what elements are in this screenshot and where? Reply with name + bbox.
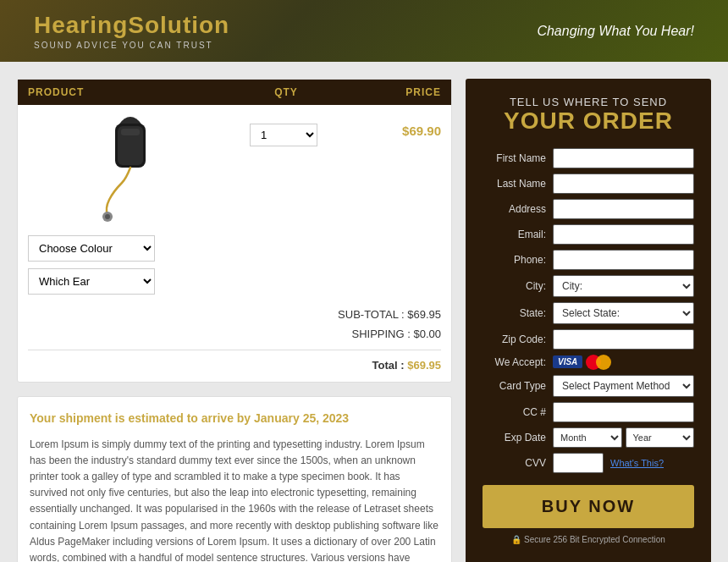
shipping-value: $0.00 [413, 328, 441, 340]
left-panel: PRODUCT QTY PRICE [17, 79, 452, 562]
card-type-select[interactable]: Select Payment Method Visa Mastercard Am… [553, 375, 694, 397]
secure-text: 🔒 Secure 256 Bit Encrypted Connection [483, 535, 694, 544]
total-line: Total : $69.95 [28, 355, 441, 375]
product-price: $69.90 [343, 115, 441, 138]
phone-input[interactable] [553, 250, 694, 270]
we-accept-row: We Accept: VISA [483, 355, 694, 370]
product-row: 1 2 3 4 5 $69.90 [18, 105, 451, 235]
city-label: City: [483, 280, 546, 292]
last-name-input[interactable] [553, 174, 694, 194]
tagline: SOUND ADVICE YOU CAN TRUST [34, 41, 229, 50]
state-row: State: Select State: [483, 302, 694, 324]
product-qty-area: 1 2 3 4 5 [234, 115, 333, 146]
col-qty-header: QTY [234, 86, 338, 98]
logo-hearing: Hearing [34, 12, 128, 38]
email-label: Email: [483, 229, 546, 240]
header: HearingSolution SOUND ADVICE YOU CAN TRU… [0, 0, 728, 62]
cvv-label: CVV [483, 457, 546, 469]
cc-label: CC # [483, 406, 546, 418]
zip-input[interactable] [553, 329, 694, 350]
colour-select[interactable]: Choose Colour Black Silver Beige [28, 235, 155, 262]
shipping-date-value: January 25, 2023 [254, 411, 349, 425]
last-name-label: Last Name [483, 178, 546, 190]
city-row: City: City: [483, 275, 694, 297]
exp-row: Exp Date Month 01020304 05060708 0910111… [483, 427, 694, 448]
year-select[interactable]: Year 2024202520262027 2028 [626, 427, 695, 448]
subtotal-line: SUB-TOTAL : $69.95 [28, 305, 441, 324]
col-price-header: PRICE [338, 86, 441, 98]
address-row: Address [483, 199, 694, 219]
address-input[interactable] [553, 199, 694, 219]
col-product-header: PRODUCT [28, 86, 234, 98]
month-select[interactable]: Month 01020304 05060708 09101112 [553, 427, 622, 448]
order-header: TELL US WHERE TO SEND YOUR ORDER [483, 96, 694, 135]
mastercard-icon [586, 355, 611, 370]
state-select[interactable]: Select State: [553, 302, 694, 324]
cc-row: CC # [483, 402, 694, 422]
card-type-row: Card Type Select Payment Method Visa Mas… [483, 375, 694, 397]
zip-label: Zip Code: [483, 333, 546, 345]
zip-row: Zip Code: [483, 329, 694, 350]
phone-label: Phone: [483, 254, 546, 266]
secure-text-label: Secure 256 Bit Encrypted Connection [524, 535, 665, 544]
subtotal-label: SUB-TOTAL : [338, 308, 405, 321]
last-name-row: Last Name [483, 174, 694, 194]
product-options: Choose Colour Black Silver Beige Which E… [18, 235, 451, 305]
ear-select[interactable]: Which Ear Left Right Both [28, 268, 155, 295]
visa-icon: VISA [553, 355, 582, 368]
subtotal-value: $69.95 [407, 308, 441, 321]
shipping-line: SHIPPING : $0.00 [28, 324, 441, 344]
cvv-input[interactable] [553, 453, 604, 473]
logo-area: HearingSolution SOUND ADVICE YOU CAN TRU… [34, 12, 229, 50]
first-name-label: First Name [483, 152, 546, 164]
shipping-estimate: Your shipment is estimated to arrive by … [30, 409, 439, 427]
card-type-label: Card Type [483, 380, 546, 392]
whats-this-link[interactable]: What's This? [610, 458, 664, 468]
buy-now-button[interactable]: BUY NOW [483, 485, 694, 528]
shipping-label: SHIPPING : [351, 328, 410, 340]
shipping-estimate-text: Your shipment is estimated to arrive by [30, 411, 254, 425]
we-accept-label: We Accept: [483, 356, 546, 368]
subtotal-area: SUB-TOTAL : $69.95 SHIPPING : $0.00 Tota… [18, 305, 451, 382]
lorem-text: Lorem Ipsum is simply dummy text of the … [30, 437, 439, 562]
svg-rect-3 [121, 129, 140, 135]
address-label: Address [483, 203, 546, 215]
lock-icon-sm: 🔒 [511, 535, 521, 544]
email-input[interactable] [553, 224, 694, 245]
cvv-row: CVV What's This? [483, 453, 694, 473]
exp-label: Exp Date [483, 432, 546, 444]
main-container: PRODUCT QTY PRICE [0, 62, 728, 562]
divider [28, 350, 441, 350]
logo-solution: Solution [128, 12, 229, 38]
phone-row: Phone: [483, 250, 694, 270]
product-image-area [28, 115, 224, 225]
product-image [84, 115, 168, 225]
email-row: Email: [483, 224, 694, 245]
product-box: PRODUCT QTY PRICE [17, 79, 452, 383]
qty-select[interactable]: 1 2 3 4 5 [250, 124, 317, 146]
first-name-row: First Name [483, 148, 694, 168]
city-select[interactable]: City: [553, 275, 694, 297]
slogan: Changing What You Hear! [537, 24, 694, 39]
exp-selects: Month 01020304 05060708 09101112 Year 20… [553, 427, 694, 448]
tell-us-text: TELL US WHERE TO SEND [483, 96, 694, 108]
order-form: First Name Last Name Address Email: Phon… [483, 148, 694, 473]
logo-title: HearingSolution [34, 12, 229, 39]
total-value: $69.95 [407, 359, 441, 372]
svg-point-5 [105, 214, 110, 219]
state-label: State: [483, 307, 546, 319]
first-name-input[interactable] [553, 148, 694, 168]
right-panel: TELL US WHERE TO SEND YOUR ORDER First N… [466, 79, 711, 562]
cc-input[interactable] [553, 402, 694, 422]
shipping-info: Your shipment is estimated to arrive by … [17, 396, 452, 562]
total-label: Total : [372, 359, 405, 372]
card-icons: VISA [553, 355, 611, 370]
table-header: PRODUCT QTY PRICE [18, 80, 451, 105]
your-order-text: YOUR ORDER [483, 108, 694, 135]
